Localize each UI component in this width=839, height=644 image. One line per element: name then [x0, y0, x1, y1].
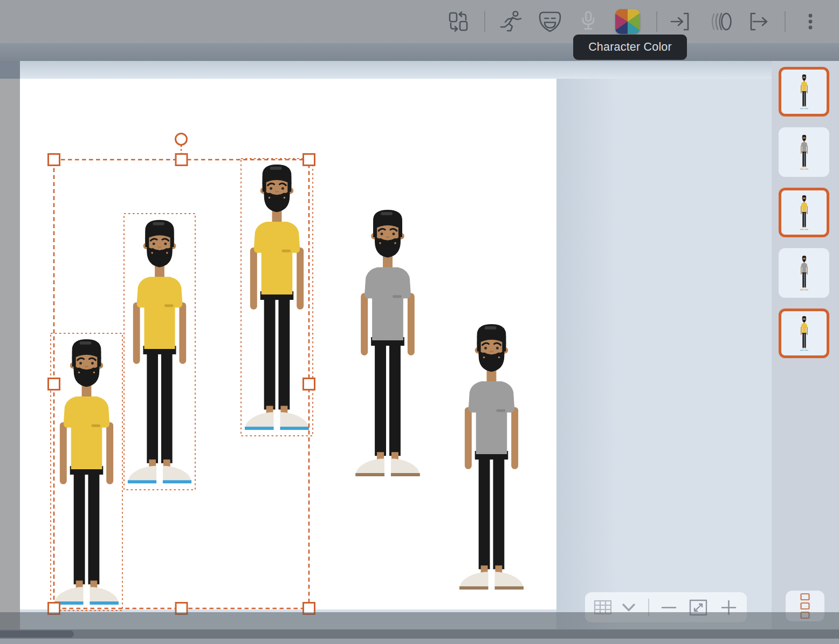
sole-left — [54, 601, 84, 605]
arm-left — [801, 327, 802, 335]
ankle-left — [76, 580, 83, 588]
ankle-right — [804, 227, 806, 228]
ankle-left — [266, 406, 273, 413]
canvas-character-4[interactable] — [353, 206, 423, 480]
shirt-pocket — [164, 304, 174, 307]
left-edge-strip — [0, 79, 20, 629]
sole-left — [800, 290, 803, 290]
ankle-left — [481, 565, 488, 573]
character-thumbnail-5[interactable] — [779, 309, 829, 358]
eye-left — [484, 347, 487, 350]
bottom-edge-strip — [0, 639, 839, 644]
hair-highlight — [270, 167, 282, 170]
hair-highlight — [153, 222, 164, 225]
bottom-shade-overlay — [0, 612, 839, 629]
character-figure — [800, 255, 809, 291]
more-options-icon[interactable] — [799, 10, 822, 33]
character-color-icon[interactable] — [615, 9, 640, 34]
character-thumbnail-1[interactable] — [779, 67, 829, 117]
canvas-character-1[interactable] — [52, 335, 121, 608]
canvas-character-3[interactable] — [242, 161, 312, 434]
expression-icon[interactable] — [538, 10, 562, 33]
canvas-character-2[interactable] — [125, 216, 194, 488]
eye-left — [270, 187, 272, 190]
ankle-right — [391, 452, 398, 460]
continuous-effect-icon[interactable] — [708, 10, 732, 33]
ankle-right — [804, 347, 806, 348]
eye-left — [79, 362, 82, 365]
arm-right — [408, 293, 415, 355]
leg-right — [804, 212, 806, 227]
exit-effect-icon[interactable] — [747, 10, 771, 33]
shirt — [801, 142, 807, 152]
shoe-left — [800, 167, 803, 169]
shirt-pocket — [91, 424, 100, 427]
shoe-left — [800, 348, 803, 350]
leg-left — [74, 469, 85, 584]
sole-right — [391, 473, 420, 476]
arm-right — [179, 302, 186, 364]
eye-right — [804, 258, 805, 259]
hair-highlight — [803, 316, 804, 317]
ankle-left — [802, 227, 803, 228]
arm-right — [807, 327, 808, 335]
horizontal-scrollbar[interactable] — [0, 629, 839, 639]
shoe-left — [245, 412, 274, 427]
character-figure — [800, 134, 809, 170]
leg-left — [802, 272, 804, 287]
shirt — [137, 277, 183, 349]
shirt-pocket — [804, 146, 806, 146]
arm-right — [807, 85, 808, 93]
eye-right — [804, 198, 805, 198]
action-motion-icon[interactable] — [499, 10, 522, 33]
eye-right — [496, 347, 499, 350]
workspace-top-gradient — [20, 61, 772, 79]
sole-left — [800, 169, 803, 169]
eye-right — [91, 362, 94, 365]
shoe-right — [804, 167, 808, 169]
toolbar-divider — [656, 11, 657, 32]
character-thumbnail-4[interactable] — [779, 248, 829, 298]
character-thumbnail-2[interactable] — [779, 127, 829, 177]
eye-right — [804, 319, 805, 319]
sole-left — [459, 586, 489, 590]
ankle-left — [802, 287, 803, 288]
eye-right — [804, 77, 805, 78]
shirt-pocket — [804, 327, 806, 327]
enter-effect-icon[interactable] — [669, 10, 692, 33]
leg-left — [479, 454, 490, 569]
leg-right — [804, 272, 806, 287]
shirt-pocket — [804, 266, 806, 267]
sole-left — [800, 229, 803, 230]
shirt — [801, 263, 807, 273]
canvas-character-5[interactable] — [457, 320, 526, 593]
toolbar-shadow-band — [0, 43, 839, 61]
character-figure — [800, 195, 809, 230]
ankle-right — [163, 460, 170, 467]
character-thumbnail-3[interactable] — [779, 188, 829, 237]
leg-left — [802, 212, 804, 227]
shoe-left — [55, 587, 84, 601]
shoe-left — [356, 458, 384, 473]
ankle-left — [802, 347, 803, 348]
eye-left — [153, 243, 155, 245]
shirt-pocket — [393, 295, 402, 298]
shirt — [801, 203, 807, 213]
shirt-pocket — [281, 250, 291, 252]
hair-highlight — [485, 326, 497, 330]
sole-right — [90, 601, 119, 605]
sole-right — [494, 586, 524, 590]
swap-character-icon[interactable] — [446, 10, 470, 33]
sole-left — [800, 108, 803, 109]
toolbar-divider — [785, 11, 786, 32]
ankle-right — [804, 287, 806, 288]
microphone-icon[interactable] — [576, 10, 600, 33]
character-figure — [800, 316, 809, 351]
leg-right — [804, 91, 806, 106]
arm-right — [807, 146, 808, 154]
hair-highlight — [80, 341, 92, 345]
shirt — [801, 82, 807, 92]
scrollbar-thumb[interactable] — [0, 631, 74, 638]
eye-left — [803, 258, 803, 259]
shoe-right — [804, 107, 808, 108]
